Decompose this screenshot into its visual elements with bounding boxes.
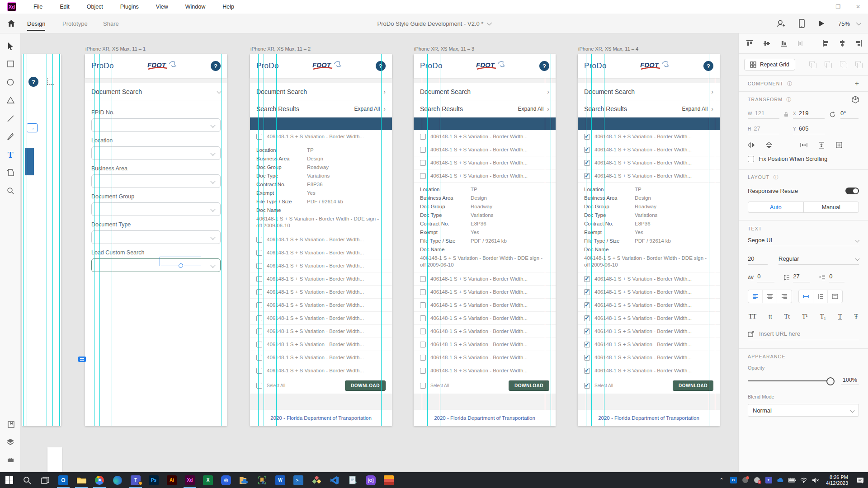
play-preview-icon[interactable] xyxy=(818,20,825,27)
result-row[interactable]: 406148-1 S + S Variation - Border Width.… xyxy=(414,312,556,325)
repeat-grid-button[interactable]: Repeat Grid xyxy=(744,59,795,70)
document-search-row[interactable]: Document Search xyxy=(85,83,227,100)
menu-help[interactable]: Help xyxy=(222,4,234,10)
download-button[interactable]: DOWNLOAD xyxy=(509,380,549,391)
menu-object[interactable]: Object xyxy=(87,4,103,10)
row-checkbox[interactable] xyxy=(256,302,262,308)
file-explorer-taskbar-icon[interactable] xyxy=(72,472,90,488)
powershell-taskbar-icon[interactable]: >_ xyxy=(289,472,307,488)
expand-all-link[interactable]: Expand All xyxy=(354,106,380,112)
zoom-level-control[interactable]: 75% xyxy=(838,20,860,27)
row-checkbox-checked[interactable] xyxy=(584,147,590,153)
notification-center-icon[interactable] xyxy=(853,472,868,488)
result-row[interactable]: 406148-1 S + S Variation - Border Width.… xyxy=(578,286,720,299)
pen-tool-icon[interactable] xyxy=(0,132,21,140)
search-results-row[interactable]: Search Results Expand All› xyxy=(414,100,556,117)
manual-option[interactable]: Manual xyxy=(804,202,859,212)
row-checkbox[interactable] xyxy=(256,328,262,334)
row-checkbox[interactable] xyxy=(256,237,262,243)
layers-panel-icon[interactable] xyxy=(0,438,21,446)
tray-chevron-up-icon[interactable]: ⌃ xyxy=(716,472,727,488)
result-row[interactable]: 406148-1 S + S Variation - Border Width.… xyxy=(414,299,556,312)
auto-height-icon[interactable] xyxy=(813,290,828,303)
info-icon[interactable]: ⓘ xyxy=(786,96,791,103)
result-row[interactable]: 406148-1 S + S Variation - Border Width.… xyxy=(250,246,392,259)
search-results-row[interactable]: Search Results Expand All› xyxy=(578,100,720,117)
design-canvas[interactable]: ? → iPhone XR, XS Max, 11 – 1 ProDo FDOT… xyxy=(21,33,738,472)
row-checkbox[interactable] xyxy=(256,289,262,295)
result-row[interactable]: 406148-1 S + S Variation - Border Width.… xyxy=(414,338,556,351)
select-all-row[interactable]: Select All DOWNLOAD xyxy=(414,377,556,394)
align-middle-icon[interactable] xyxy=(763,40,770,47)
artboard-3[interactable]: iPhone XR, XS Max, 11 – 3 ProDo FDOT ? D… xyxy=(414,54,556,426)
menu-file[interactable]: File xyxy=(33,4,42,10)
row-checkbox[interactable] xyxy=(256,355,262,361)
edge-taskbar-icon[interactable] xyxy=(108,472,127,488)
result-row[interactable]: 406148-1 S + S Variation - Border Width.… xyxy=(578,351,720,364)
align-bottom-icon[interactable] xyxy=(780,40,788,47)
document-search-row[interactable]: Document Search › xyxy=(414,83,556,100)
result-row[interactable]: 406148-1 S + S Variation - Border Width.… xyxy=(578,338,720,351)
row-checkbox[interactable] xyxy=(420,173,426,179)
tray-wifi-icon[interactable] xyxy=(798,472,810,488)
document-type-dropdown[interactable] xyxy=(91,230,221,244)
help-icon[interactable]: ? xyxy=(539,61,549,71)
loop-taskbar-icon[interactable]: ◎ xyxy=(217,472,235,488)
screen-clip-taskbar-icon[interactable]: [O] xyxy=(362,472,380,488)
row-checkbox[interactable] xyxy=(420,147,426,153)
subscript-icon[interactable]: T₁ xyxy=(820,313,826,320)
result-row[interactable]: 406148-1 S + S Variation - Border Width.… xyxy=(250,233,392,246)
document-search-row[interactable]: Document Search › xyxy=(578,83,720,100)
load-custom-search-dropdown[interactable] xyxy=(91,258,221,272)
row-checkbox[interactable] xyxy=(420,289,426,295)
download-button[interactable]: DOWNLOAD xyxy=(345,380,386,391)
x-position-field[interactable]: X219 xyxy=(793,110,825,119)
lowercase-icon[interactable]: tt xyxy=(769,313,772,320)
selection-rectangle[interactable] xyxy=(160,257,201,266)
lock-ratio-icon[interactable] xyxy=(784,112,788,117)
start-button[interactable] xyxy=(0,472,18,488)
arrow-button-fragment[interactable]: → xyxy=(27,123,38,132)
boolean-subtract-icon[interactable] xyxy=(825,61,832,68)
auto-width-icon[interactable] xyxy=(799,290,813,303)
height-field[interactable]: H27 xyxy=(748,125,779,134)
result-row[interactable]: 406148-1 S + S Variation - Border Width.… xyxy=(578,272,720,286)
menu-window[interactable]: Window xyxy=(185,4,205,10)
line-spacing-field[interactable]: 27 xyxy=(793,273,810,282)
excel-taskbar-icon[interactable]: X xyxy=(199,472,217,488)
flip-vertical-icon[interactable] xyxy=(766,142,772,149)
titlecase-icon[interactable]: Tt xyxy=(784,313,790,320)
row-checkbox[interactable] xyxy=(256,342,262,347)
row-checkbox-checked[interactable] xyxy=(584,328,590,334)
url-row[interactable]: Insert URL here xyxy=(748,330,859,340)
opacity-slider[interactable] xyxy=(748,380,834,381)
close-button[interactable]: ✕ xyxy=(848,0,868,14)
y-position-field[interactable]: Y605 xyxy=(793,125,825,134)
notepad-taskbar-icon[interactable] xyxy=(344,472,362,488)
row-checkbox[interactable] xyxy=(420,368,426,374)
tray-onedrive-icon[interactable] xyxy=(774,472,786,488)
text-align-center-icon[interactable] xyxy=(763,290,777,303)
download-button[interactable]: DOWNLOAD xyxy=(673,380,713,391)
artboard-2[interactable]: iPhone XR, XS Max, 11 – 2 ProDo FDOT ? D… xyxy=(250,54,392,426)
result-row[interactable]: 406148-1 S + S Variation - Border Width.… xyxy=(250,364,392,377)
artboard-1[interactable]: iPhone XR, XS Max, 11 – 1 ProDo FDOT ? D… xyxy=(85,54,227,426)
responsive-resize-toggle[interactable] xyxy=(845,188,859,194)
row-checkbox[interactable] xyxy=(256,276,262,282)
line-tool-icon[interactable] xyxy=(0,115,21,122)
fpid-dropdown[interactable] xyxy=(91,118,221,132)
tray-update-icon[interactable] xyxy=(739,472,751,488)
row-checkbox[interactable] xyxy=(420,302,426,308)
chrome-taskbar-icon[interactable] xyxy=(90,472,108,488)
paragraph-spacing-field[interactable]: 0 xyxy=(829,273,844,282)
menu-view[interactable]: View xyxy=(156,4,168,10)
opacity-value[interactable]: 100% xyxy=(841,377,859,385)
font-size-field[interactable]: 20 xyxy=(748,255,768,265)
result-row[interactable]: 406148-1 S + S Variation - Border Width.… xyxy=(414,130,556,143)
row-checkbox-checked[interactable] xyxy=(584,134,590,140)
result-row[interactable]: 406148-1 S + S Variation - Border Width.… xyxy=(578,299,720,312)
polygon-tool-icon[interactable] xyxy=(0,97,21,103)
result-row[interactable]: 406148-1 S + S Variation - Border Width.… xyxy=(250,259,392,272)
help-icon[interactable]: ? xyxy=(211,61,221,71)
distribute-vertical-icon[interactable] xyxy=(797,40,803,47)
